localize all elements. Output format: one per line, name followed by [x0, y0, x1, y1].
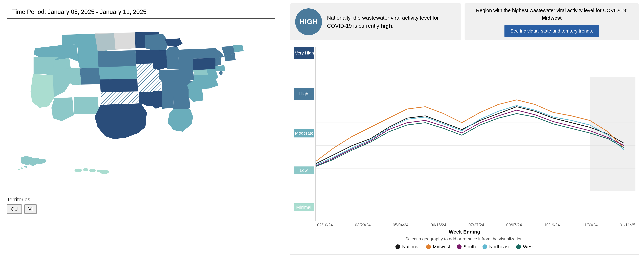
info-row: HIGH Nationally, the wastewater viral ac… — [290, 3, 639, 40]
svg-point-7 — [219, 71, 222, 74]
legend-dot-south — [457, 244, 462, 249]
legend-dot-national — [396, 244, 400, 249]
x-label-2: 03/23/24 — [355, 223, 371, 227]
trends-button[interactable]: See individual state and territory trend… — [504, 25, 599, 37]
us-map — [7, 26, 275, 193]
x-label-6: 09/07/24 — [506, 223, 522, 227]
select-geography-text: Select a geography to add or remove it f… — [294, 236, 636, 242]
x-label-4: 06/15/24 — [431, 223, 446, 227]
high-level-text: HIGH — [300, 18, 318, 26]
y-label-low: Low — [294, 166, 314, 174]
legend-northeast[interactable]: Northeast — [482, 244, 510, 250]
high-level-circle: HIGH — [295, 8, 322, 35]
right-panel: HIGH Nationally, the wastewater viral ac… — [285, 0, 644, 258]
legend-dot-midwest — [426, 244, 431, 249]
national-card: HIGH Nationally, the wastewater viral ac… — [290, 3, 461, 40]
legend-label-west: West — [523, 244, 534, 250]
territory-vi-button[interactable]: VI — [24, 204, 37, 214]
national-desc-suffix: . — [392, 23, 394, 29]
chart-svg — [316, 47, 636, 221]
territories-section: Territories GU VI — [7, 196, 278, 214]
x-label-5: 07/27/24 — [468, 223, 484, 227]
left-panel: Time Period: January 05, 2025 - January … — [0, 0, 285, 258]
time-period-text: Time Period: January 05, 2025 - January … — [12, 8, 146, 15]
national-description: Nationally, the wastewater viral activit… — [327, 14, 456, 30]
legend-label-south: South — [464, 244, 476, 250]
chart-footer: Week Ending Select a geography to add or… — [294, 227, 636, 251]
x-label-7: 10/19/24 — [544, 223, 560, 227]
x-label-3: 05/04/24 — [393, 223, 408, 227]
national-level-word: high — [381, 23, 392, 29]
x-label-1: 02/10/24 — [317, 223, 333, 227]
svg-point-2 — [74, 169, 82, 172]
y-label-minimal: Minimal — [294, 203, 314, 211]
svg-point-4 — [89, 169, 96, 172]
chart-section: Very High High Moderate Low Minimal — [290, 44, 639, 255]
chart-plot — [316, 47, 636, 221]
legend-national[interactable]: National — [396, 244, 420, 250]
region-name: Midwest — [542, 15, 562, 20]
x-label-8: 11/30/24 — [582, 223, 598, 227]
time-period-box: Time Period: January 05, 2025 - January … — [7, 5, 275, 19]
y-label-high: High — [294, 88, 314, 100]
svg-point-6 — [100, 170, 109, 174]
x-label-9: 01/11/25 — [620, 223, 636, 227]
legend-dot-west — [516, 244, 521, 249]
y-label-very-high: Very High — [294, 47, 314, 59]
legend-label-national: National — [402, 244, 420, 250]
svg-rect-8 — [590, 77, 636, 191]
chart-legend: National Midwest South Northeast West — [294, 244, 636, 250]
week-ending-label: Week Ending — [294, 229, 636, 235]
map-container — [7, 26, 275, 193]
region-card: Region with the highest wastewater viral… — [464, 3, 639, 40]
territory-buttons: GU VI — [7, 204, 278, 214]
chart-area: Very High High Moderate Low Minimal — [294, 47, 636, 221]
legend-label-northeast: Northeast — [489, 244, 510, 250]
legend-dot-northeast — [482, 244, 487, 249]
x-axis-labels: 02/10/24 03/23/24 05/04/24 06/15/24 07/2… — [294, 221, 636, 227]
legend-label-midwest: Midwest — [433, 244, 450, 250]
y-label-moderate: Moderate — [294, 129, 314, 138]
svg-point-3 — [83, 168, 88, 171]
territory-gu-button[interactable]: GU — [7, 204, 22, 214]
region-description: Region with the highest wastewater viral… — [476, 6, 628, 22]
territories-label: Territories — [7, 196, 278, 203]
legend-midwest[interactable]: Midwest — [426, 244, 450, 250]
region-label-text: Region with the highest wastewater viral… — [476, 8, 628, 13]
legend-west[interactable]: West — [516, 244, 534, 250]
y-axis-labels: Very High High Moderate Low Minimal — [294, 47, 316, 221]
legend-south[interactable]: South — [457, 244, 476, 250]
